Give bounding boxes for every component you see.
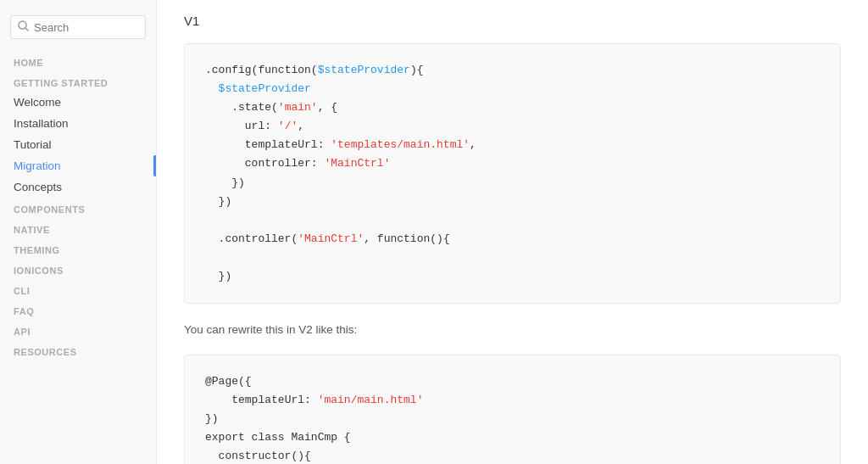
nav-section-theming: THEMING [0,238,156,259]
search-icon [18,20,29,34]
search-container [0,10,156,51]
main-content: V1 .config(function($stateProvider){ $st… [157,0,868,464]
nav-section-resources: RESOURCES [0,340,156,361]
sidebar-item-tutorial[interactable]: Tutorial [0,134,156,155]
code-block-v2: @Page({ templateUrl: 'main/main.html' })… [184,355,841,464]
sidebar-item-migration[interactable]: Migration [0,155,156,176]
code-block-v1: .config(function($stateProvider){ $state… [184,43,841,304]
search-box[interactable] [10,15,146,39]
svg-line-1 [25,28,28,31]
nav-section-faq: FAQ [0,299,156,320]
nav-section-components: COMPONENTS [0,198,156,218]
nav-section-ionicons: IONICONS [0,259,156,279]
sidebar-item-installation[interactable]: Installation [0,113,156,134]
nav-section-getting-started: GETTING STARTED [0,71,156,92]
sidebar-item-welcome[interactable]: Welcome [0,92,156,113]
sidebar-item-concepts[interactable]: Concepts [0,176,156,198]
prose-text: You can rewrite this in V2 like this: [184,321,841,339]
page-title: V1 [184,14,841,28]
search-input[interactable] [34,21,138,34]
nav-section-home: HOME [0,51,156,71]
sidebar: HOME GETTING STARTED Welcome Installatio… [0,0,157,464]
nav-section-cli: CLI [0,279,156,299]
nav-section-native: NATIVE [0,218,156,238]
nav-section-api: API [0,320,156,340]
